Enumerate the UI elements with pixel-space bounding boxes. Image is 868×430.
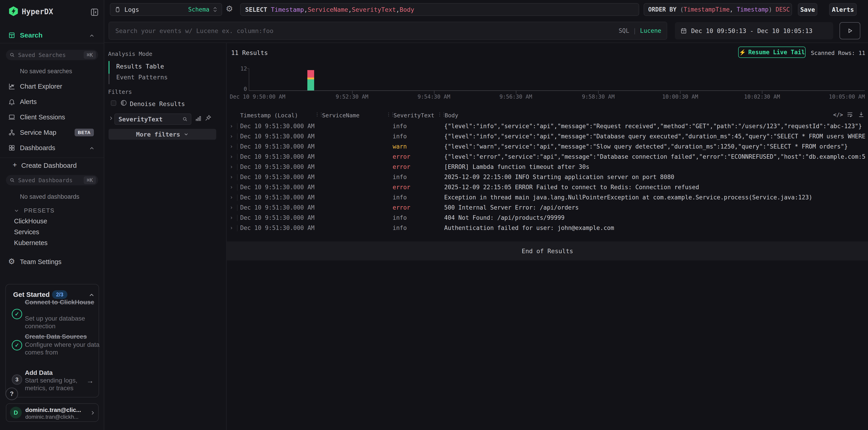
user-profile-card[interactable]: D dominic.tran@clic... dominic.tran@clic… — [6, 403, 99, 422]
chevron-up-icon[interactable] — [88, 292, 95, 298]
preset-item-kubernetes[interactable]: Kubernetes — [14, 239, 48, 246]
lang-toggle-divider: | — [633, 27, 637, 34]
table-row[interactable]: › Dec 10 9:51:30.000 AM error 2025-12-09… — [227, 182, 868, 192]
cell-timestamp: Dec 10 9:51:30.000 AM — [240, 182, 315, 192]
chevron-up-icon[interactable] — [89, 33, 95, 39]
table-row[interactable]: › Dec 10 9:51:30.000 AM info 2025-12-09 … — [227, 172, 868, 182]
expand-row-icon[interactable]: › — [230, 121, 233, 131]
cell-body: {"level":"error","service":"api","messag… — [444, 152, 865, 162]
lang-toggle-sql[interactable]: SQL — [619, 27, 629, 34]
table-row[interactable]: › Dec 10 9:51:30.000 AM info Authenticat… — [227, 223, 868, 233]
download-icon[interactable] — [858, 111, 865, 118]
table-row[interactable]: › Dec 10 9:51:30.000 AM info {"level":"i… — [227, 131, 868, 141]
saved-searches-input[interactable]: Saved Searches ⌘K — [6, 50, 98, 60]
gear-icon[interactable]: ⚙ — [226, 4, 233, 13]
cell-severity: error — [393, 152, 410, 162]
date-range-picker[interactable]: Dec 10 09:50:13 - Dec 10 10:05:13 — [675, 22, 833, 39]
event-search-input[interactable]: Search your events w/ Lucene ex. column:… — [108, 22, 667, 40]
code-view-icon[interactable]: </> — [833, 112, 843, 118]
expand-row-icon[interactable]: › — [230, 141, 233, 152]
sidebar-item-client-sessions[interactable]: Client Sessions — [0, 110, 104, 124]
sidebar-collapse-icon[interactable] — [90, 8, 99, 17]
expand-row-icon[interactable]: › — [230, 203, 233, 213]
expand-row-icon[interactable]: › — [230, 172, 233, 182]
alerts-button[interactable]: Alerts — [829, 3, 857, 16]
column-header-servicename[interactable]: ServiceName — [322, 112, 360, 119]
row-separator — [237, 225, 238, 231]
cell-severity: info — [393, 223, 407, 233]
chevron-right-icon[interactable] — [108, 115, 114, 121]
expand-row-icon[interactable]: › — [230, 192, 233, 203]
hyperdx-app: HyperDX Search — [0, 0, 868, 430]
sidebar-item-team-settings[interactable]: ⚙ Team Settings — [0, 255, 104, 269]
run-query-button[interactable] — [839, 22, 860, 39]
divider — [0, 158, 104, 158]
tab-results-table[interactable]: Results Table — [116, 63, 164, 70]
results-count: 11 Results — [231, 49, 268, 56]
expand-row-icon[interactable]: › — [230, 131, 233, 141]
filter-field-severitytext[interactable]: SeverityText — [115, 113, 191, 125]
tab-event-patterns[interactable]: Event Patterns — [116, 74, 168, 81]
drag-handle-icon[interactable]: ⋮⋮ — [437, 112, 445, 117]
sidebar-item-service-map[interactable]: Service Map BETA — [0, 126, 104, 139]
table-row[interactable]: › Dec 10 9:51:30.000 AM info {"level":"i… — [227, 121, 868, 131]
avatar-initial: D — [14, 409, 18, 416]
column-header-timestamp[interactable]: Timestamp (Local) — [240, 112, 298, 119]
table-row[interactable]: › Dec 10 9:51:30.000 AM error [ERROR] La… — [227, 162, 868, 172]
column-header-severitytext[interactable]: SeverityText — [394, 112, 434, 119]
saved-searches-placeholder: Saved Searches — [18, 52, 84, 58]
question-icon: ? — [10, 391, 14, 397]
pin-icon[interactable] — [205, 114, 212, 122]
date-range-value: Dec 10 09:50:13 - Dec 10 10:05:13 — [691, 27, 812, 34]
wrap-lines-icon[interactable] — [846, 111, 854, 118]
sidebar-item-chart-explorer[interactable]: Chart Explorer — [0, 79, 104, 93]
chevron-up-icon[interactable] — [89, 145, 95, 152]
brand-title: HyperDX — [22, 7, 53, 16]
cell-body: {"level":"info","service":"api","message… — [444, 131, 865, 141]
lang-toggle-lucene[interactable]: Lucene — [640, 27, 661, 34]
expand-row-icon[interactable]: › — [230, 182, 233, 192]
no-saved-dashboards-text: No saved dashboards — [20, 193, 80, 200]
expand-row-icon[interactable]: › — [230, 162, 233, 172]
table-row[interactable]: › Dec 10 9:51:30.000 AM error 500 Intern… — [227, 203, 868, 213]
expand-row-icon[interactable]: › — [230, 213, 233, 223]
table-row[interactable]: › Dec 10 9:51:30.000 AM info 404 Not Fou… — [227, 213, 868, 223]
save-button[interactable]: Save — [798, 3, 817, 16]
table-row[interactable]: › Dec 10 9:51:30.000 AM error {"level":"… — [227, 152, 868, 162]
create-dashboard-button[interactable]: + Create Dashboard — [0, 159, 104, 172]
dashboards-icon — [8, 144, 16, 152]
source-select-value: Logs — [124, 6, 188, 13]
table-row[interactable]: › Dec 10 9:51:30.000 AM info Exception i… — [227, 192, 868, 203]
sidebar-item-dashboards[interactable]: Dashboards — [0, 141, 104, 155]
expand-row-icon[interactable]: › — [230, 152, 233, 162]
presets-toggle[interactable]: PRESETS — [13, 207, 55, 214]
sidebar-item-alerts[interactable]: Alerts — [0, 95, 104, 108]
more-filters-button[interactable]: More filters — [108, 129, 216, 140]
schema-link[interactable]: Schema — [188, 6, 210, 13]
select-query-input[interactable]: SELECT Timestamp,ServiceName,SeverityTex… — [240, 3, 639, 16]
order-by-input[interactable]: ORDER BY (TimestampTime, Timestamp) DESC — [644, 3, 792, 16]
cell-timestamp: Dec 10 9:51:30.000 AM — [240, 131, 315, 141]
command-k-shortcut: ⌘K — [84, 51, 96, 59]
column-header-body[interactable]: Body — [445, 112, 458, 119]
y-axis-max-label: 12 — [235, 66, 247, 72]
chart-filter-icon[interactable] — [195, 115, 202, 122]
stacked-bar[interactable] — [307, 70, 314, 91]
laptop-icon — [8, 113, 16, 121]
drag-handle-icon[interactable]: ⋮⋮ — [386, 112, 395, 117]
help-button[interactable]: ? — [5, 388, 18, 400]
chart-plot — [249, 68, 865, 91]
source-select[interactable]: Logs Schema — [110, 3, 222, 16]
x-axis-tick-label: 10:02:30 AM — [744, 94, 780, 100]
table-row[interactable]: › Dec 10 9:51:30.000 AM warn {"level":"w… — [227, 141, 868, 152]
resume-live-tail-button[interactable]: ⚡ Resume Live Tail — [738, 46, 806, 58]
play-icon — [847, 28, 853, 34]
expand-row-icon[interactable]: › — [230, 223, 233, 233]
denoise-checkbox[interactable] — [111, 100, 116, 106]
drag-handle-icon[interactable]: ⋮⋮ — [315, 112, 323, 117]
saved-dashboards-input[interactable]: Saved Dashboards ⌘K — [6, 175, 98, 186]
sidebar-item-search[interactable]: Search — [0, 29, 104, 42]
no-saved-searches-text: No saved searches — [20, 68, 72, 75]
preset-item-clickhouse[interactable]: ClickHouse — [14, 218, 47, 225]
preset-item-services[interactable]: Services — [14, 228, 39, 236]
